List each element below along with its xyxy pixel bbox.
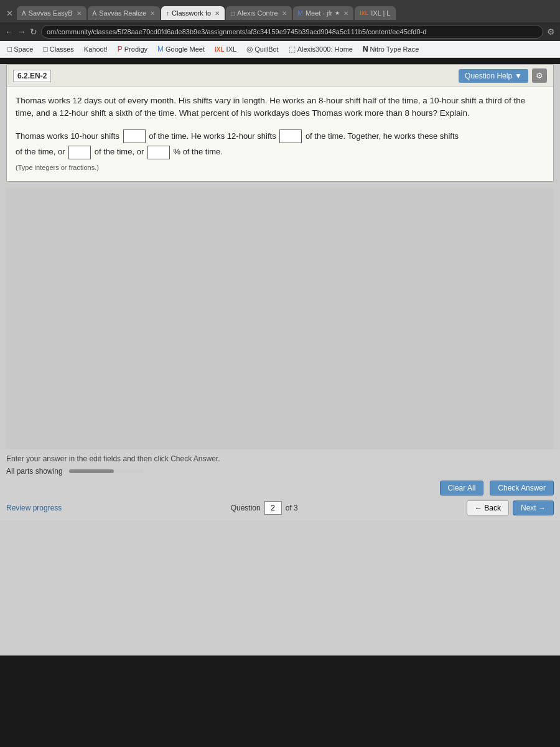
forward-nav-icon[interactable]: → xyxy=(17,27,26,37)
input-field-4[interactable] xyxy=(147,146,170,159)
bookmark-icon-quillbot: ◎ xyxy=(246,45,253,54)
answer-suffix: % of the time. xyxy=(173,147,222,156)
refresh-icon[interactable]: ↻ xyxy=(30,27,37,37)
work-area xyxy=(6,188,554,449)
progress-bar-container xyxy=(69,469,144,473)
bookmark-classes[interactable]: □ Classes xyxy=(40,44,76,55)
tab-close-classwork[interactable]: ✕ xyxy=(215,10,220,17)
question-help-button[interactable]: Question Help ▼ xyxy=(459,69,528,83)
clear-all-button[interactable]: Clear All xyxy=(440,481,484,496)
dropdown-chevron-icon: ▼ xyxy=(515,72,522,80)
bookmark-label-quillbot: QuillBot xyxy=(254,45,279,53)
all-parts-row: All parts showing xyxy=(6,467,554,476)
bottom-actions-row: Clear All Check Answer xyxy=(6,481,554,496)
back-button[interactable]: ← Back xyxy=(467,500,509,515)
tab-icon-alexis: □ xyxy=(231,10,235,17)
gear-icon: ⚙ xyxy=(536,71,543,80)
tab-icon-meet: M xyxy=(298,10,303,17)
bookmark-quillbot[interactable]: ◎ QuillBot xyxy=(244,44,281,55)
bookmark-kahoot[interactable]: Kahoot! xyxy=(82,44,110,54)
bookmark-label-ixl: IXL xyxy=(226,45,237,53)
close-window-icon[interactable]: ✕ xyxy=(4,9,16,18)
hint-text: (Type integers or fractions.) xyxy=(16,162,544,174)
tab-savvas-easyb[interactable]: A Savvas EasyB ✕ xyxy=(17,6,86,20)
back-next-buttons: ← Back Next → xyxy=(467,500,554,515)
bookmark-google-meet[interactable]: M Google Meet xyxy=(155,44,207,55)
tab-close-alexis[interactable]: ✕ xyxy=(282,10,287,17)
address-bar[interactable]: om/community/classes/5f28aae70cd0fd6ade8… xyxy=(41,25,543,39)
tab-close-savvas-realize[interactable]: ✕ xyxy=(150,10,155,17)
extensions-icon[interactable]: ⚙ xyxy=(547,27,555,37)
answer-line-1: Thomas works 10-hour shifts of the time.… xyxy=(16,129,544,144)
bookmark-icon-classes: □ xyxy=(43,45,47,54)
input-field-2[interactable] xyxy=(279,129,302,143)
question-body: Thomas works 12 days out of every month.… xyxy=(7,87,553,181)
answer-mid-1: of the time. He works 12-hour shifts xyxy=(149,131,276,141)
question-text: Thomas works 12 days out of every month.… xyxy=(16,95,544,120)
answer-prefix-1: Thomas works 10-hour shifts xyxy=(16,131,119,141)
bookmark-alexis3000[interactable]: ⬚ Alexis3000: Home xyxy=(286,44,355,55)
question-header: 6.2.EN-2 Question Help ▼ ⚙ xyxy=(7,65,553,87)
tab-icon-ixl: IXL xyxy=(360,10,368,16)
bookmark-icon-nitro: N xyxy=(363,45,368,54)
bookmark-icon-ixl: IXL xyxy=(215,46,225,53)
progress-bar-fill xyxy=(69,469,114,473)
question-help-label: Question Help xyxy=(465,72,512,80)
tab-icon-savvas-easyb: A xyxy=(22,10,26,17)
question-id: 6.2.EN-2 xyxy=(13,70,51,82)
bookmark-icon-space: □ xyxy=(7,45,12,54)
bookmark-ixl[interactable]: IXL IXL xyxy=(212,44,239,54)
question-nav: Question of 3 xyxy=(231,501,298,515)
tab-label-meet: Meet - jfr xyxy=(306,9,332,17)
question-label: Question xyxy=(231,504,261,512)
tab-alexis[interactable]: □ Alexis Contre ✕ xyxy=(226,6,291,20)
center-actions: Clear All xyxy=(440,481,484,496)
address-bar-row: ← → ↻ om/community/classes/5f28aae70cd0f… xyxy=(0,22,560,41)
bookmark-label-google-meet: Google Meet xyxy=(166,45,205,53)
tab-close-meet[interactable]: ✕ xyxy=(343,10,348,17)
tab-icon-savvas-realize: A xyxy=(93,10,97,17)
bookmark-nitro-type-race[interactable]: N Nitro Type Race xyxy=(360,44,421,55)
bookmarks-bar: □ Space □ Classes Kahoot! P Prodigy M Go… xyxy=(0,41,560,58)
tab-label-savvas-realize: Savvas Realize xyxy=(99,9,146,17)
check-answer-button[interactable]: Check Answer xyxy=(490,481,554,496)
browser-chrome: ✕ A Savvas EasyB ✕ A Savvas Realize ✕ ↑ … xyxy=(0,0,560,58)
tab-classwork[interactable]: ↑ Classwork fo ✕ xyxy=(161,6,225,20)
tab-label-ixl: IXL | L xyxy=(371,9,390,17)
answer-mid-4: of the time, or xyxy=(95,147,144,156)
answer-line-2: of the time, or of the time, or % of the… xyxy=(16,144,544,159)
tab-label-classwork: Classwork fo xyxy=(172,9,211,17)
page-content: 6.2.EN-2 Question Help ▼ ⚙ Thomas works … xyxy=(0,64,560,655)
bookmark-label-space: Space xyxy=(14,45,33,53)
tab-ixl[interactable]: IXL IXL | L xyxy=(355,6,395,20)
question-number-input[interactable] xyxy=(264,501,282,515)
bookmark-label-alexis3000: Alexis3000: Home xyxy=(297,45,353,53)
instruction-text: Enter your answer in the edit fields and… xyxy=(6,454,554,463)
bookmark-prodigy[interactable]: P Prodigy xyxy=(115,44,150,55)
tab-savvas-realize[interactable]: A Savvas Realize ✕ xyxy=(88,6,161,20)
navigation-row: Review progress Question of 3 ← Back Nex… xyxy=(6,500,554,515)
back-nav-icon[interactable]: ← xyxy=(5,27,14,37)
input-field-1[interactable] xyxy=(123,129,146,143)
all-parts-label: All parts showing xyxy=(6,467,63,476)
question-panel: 6.2.EN-2 Question Help ▼ ⚙ Thomas works … xyxy=(6,64,554,182)
tab-close-savvas-easyb[interactable]: ✕ xyxy=(77,10,82,17)
of-label: of 3 xyxy=(286,504,298,512)
tab-label-savvas-easyb: Savvas EasyB xyxy=(29,9,73,17)
bookmark-icon-alexis3000: ⬚ xyxy=(289,45,296,54)
bookmark-label-prodigy: Prodigy xyxy=(124,45,147,53)
input-field-3[interactable] xyxy=(68,146,91,159)
bookmark-label-classes: Classes xyxy=(50,45,74,53)
next-button[interactable]: Next → xyxy=(513,500,554,515)
answer-mid-2: of the time. Together, he works these sh… xyxy=(306,131,459,141)
bookmark-space[interactable]: □ Space xyxy=(5,44,35,55)
tab-label-alexis: Alexis Contre xyxy=(237,9,278,17)
tab-icon-classwork: ↑ xyxy=(166,10,169,17)
tab-meet[interactable]: M Meet - jfr ★ ✕ xyxy=(293,6,354,20)
outer-bottom-bar: Enter your answer in the edit fields and… xyxy=(0,449,560,520)
bookmark-icon-google-meet: M xyxy=(157,45,164,54)
settings-gear-button[interactable]: ⚙ xyxy=(532,68,547,83)
bookmark-label-nitro: Nitro Type Race xyxy=(370,45,419,53)
bookmark-label-kahoot: Kahoot! xyxy=(84,45,108,53)
review-progress-link[interactable]: Review progress xyxy=(6,504,62,512)
